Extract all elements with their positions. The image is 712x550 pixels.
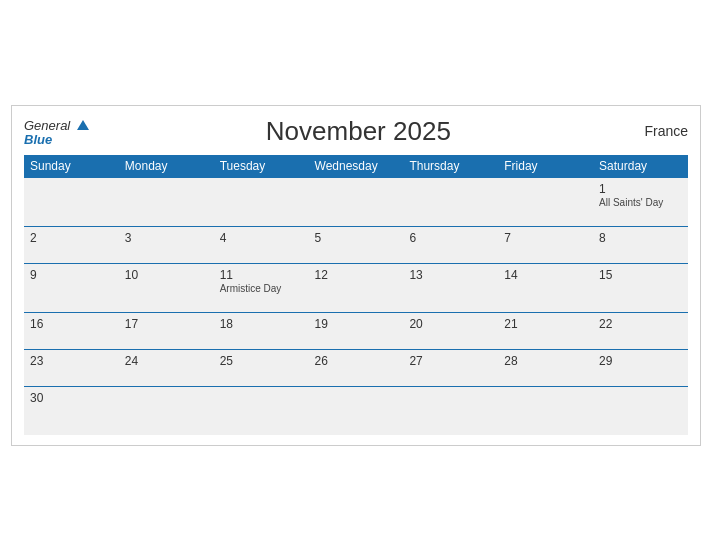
date-number: 30 xyxy=(30,391,113,405)
col-header-sunday: Sunday xyxy=(24,155,119,178)
date-number: 15 xyxy=(599,268,682,282)
col-header-monday: Monday xyxy=(119,155,214,178)
calendar-cell: 29 xyxy=(593,349,688,386)
calendar-header: General Blue November 2025 France xyxy=(24,116,688,147)
calendar-cell xyxy=(214,386,309,435)
date-number: 21 xyxy=(504,317,587,331)
date-number: 6 xyxy=(409,231,492,245)
date-number: 4 xyxy=(220,231,303,245)
date-number: 14 xyxy=(504,268,587,282)
calendar-cell: 6 xyxy=(403,226,498,263)
calendar-cell: 19 xyxy=(309,312,404,349)
date-number: 28 xyxy=(504,354,587,368)
calendar-cell xyxy=(119,177,214,226)
calendar-cell xyxy=(403,177,498,226)
date-number: 9 xyxy=(30,268,113,282)
date-number: 27 xyxy=(409,354,492,368)
calendar-cell: 22 xyxy=(593,312,688,349)
calendar-cell: 2 xyxy=(24,226,119,263)
calendar-cell: 17 xyxy=(119,312,214,349)
date-number: 17 xyxy=(125,317,208,331)
calendar-cell: 20 xyxy=(403,312,498,349)
date-number: 16 xyxy=(30,317,113,331)
country-label: France xyxy=(628,123,688,139)
holiday-label: Armistice Day xyxy=(220,283,303,294)
holiday-label: All Saints' Day xyxy=(599,197,682,208)
calendar-cell xyxy=(24,177,119,226)
calendar-cell: 24 xyxy=(119,349,214,386)
date-number: 22 xyxy=(599,317,682,331)
date-number: 10 xyxy=(125,268,208,282)
calendar-title: November 2025 xyxy=(89,116,628,147)
logo-line1: General xyxy=(24,117,89,133)
week-row-3: 91011Armistice Day12131415 xyxy=(24,263,688,312)
date-number: 24 xyxy=(125,354,208,368)
week-row-4: 16171819202122 xyxy=(24,312,688,349)
calendar-cell: 9 xyxy=(24,263,119,312)
date-number: 11 xyxy=(220,268,303,282)
calendar-cell xyxy=(593,386,688,435)
calendar-cell xyxy=(309,386,404,435)
date-number: 26 xyxy=(315,354,398,368)
calendar-table: SundayMondayTuesdayWednesdayThursdayFrid… xyxy=(24,155,688,435)
calendar-cell: 25 xyxy=(214,349,309,386)
calendar-cell: 13 xyxy=(403,263,498,312)
calendar-cell: 3 xyxy=(119,226,214,263)
week-row-2: 2345678 xyxy=(24,226,688,263)
calendar-cell: 15 xyxy=(593,263,688,312)
calendar-cell xyxy=(498,386,593,435)
calendar-cell: 8 xyxy=(593,226,688,263)
date-number: 29 xyxy=(599,354,682,368)
calendar-cell: 18 xyxy=(214,312,309,349)
col-header-friday: Friday xyxy=(498,155,593,178)
calendar-cell: 10 xyxy=(119,263,214,312)
date-number: 5 xyxy=(315,231,398,245)
calendar-cell xyxy=(309,177,404,226)
week-row-1: 1All Saints' Day xyxy=(24,177,688,226)
calendar-header-row: SundayMondayTuesdayWednesdayThursdayFrid… xyxy=(24,155,688,178)
date-number: 3 xyxy=(125,231,208,245)
logo: General Blue xyxy=(24,117,89,146)
logo-general-text: General xyxy=(24,118,70,133)
date-number: 23 xyxy=(30,354,113,368)
week-row-6: 30 xyxy=(24,386,688,435)
calendar-cell: 30 xyxy=(24,386,119,435)
col-header-tuesday: Tuesday xyxy=(214,155,309,178)
calendar-cell xyxy=(214,177,309,226)
calendar-cell: 1All Saints' Day xyxy=(593,177,688,226)
date-number: 12 xyxy=(315,268,398,282)
col-header-saturday: Saturday xyxy=(593,155,688,178)
date-number: 2 xyxy=(30,231,113,245)
logo-triangle-icon xyxy=(77,120,89,130)
calendar-cell: 16 xyxy=(24,312,119,349)
calendar-cell: 4 xyxy=(214,226,309,263)
calendar-cell: 21 xyxy=(498,312,593,349)
week-row-5: 23242526272829 xyxy=(24,349,688,386)
date-number: 13 xyxy=(409,268,492,282)
calendar-cell xyxy=(403,386,498,435)
calendar-cell: 12 xyxy=(309,263,404,312)
calendar-cell: 14 xyxy=(498,263,593,312)
calendar-cell: 27 xyxy=(403,349,498,386)
date-number: 19 xyxy=(315,317,398,331)
calendar-cell: 7 xyxy=(498,226,593,263)
date-number: 20 xyxy=(409,317,492,331)
calendar-cell xyxy=(498,177,593,226)
calendar-container: General Blue November 2025 France Sunday… xyxy=(11,105,701,446)
calendar-cell: 11Armistice Day xyxy=(214,263,309,312)
col-header-wednesday: Wednesday xyxy=(309,155,404,178)
calendar-cell xyxy=(119,386,214,435)
date-number: 18 xyxy=(220,317,303,331)
date-number: 7 xyxy=(504,231,587,245)
col-header-thursday: Thursday xyxy=(403,155,498,178)
calendar-cell: 5 xyxy=(309,226,404,263)
calendar-cell: 26 xyxy=(309,349,404,386)
calendar-cell: 28 xyxy=(498,349,593,386)
calendar-cell: 23 xyxy=(24,349,119,386)
logo-blue-text: Blue xyxy=(24,133,89,146)
date-number: 1 xyxy=(599,182,682,196)
date-number: 8 xyxy=(599,231,682,245)
date-number: 25 xyxy=(220,354,303,368)
